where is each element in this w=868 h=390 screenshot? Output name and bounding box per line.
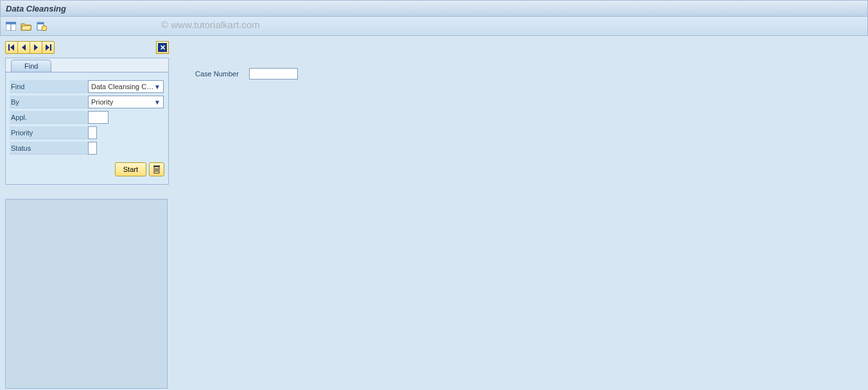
nav-next-button[interactable] (30, 41, 42, 54)
find-select-value: Data Cleansing C… (91, 83, 153, 90)
priority-input[interactable] (88, 126, 97, 139)
status-input[interactable] (88, 142, 97, 155)
svg-rect-4 (37, 22, 44, 24)
tab-body: Find Data Cleansing C… ▼ By Priority ▼ (6, 72, 168, 184)
svg-marker-8 (22, 44, 26, 51)
layout-icon[interactable] (4, 21, 17, 32)
status-label: Status (10, 144, 48, 152)
app-toolbar: © www.tutorialkart.com (0, 17, 868, 36)
find-select[interactable]: Data Cleansing C… ▼ (88, 80, 164, 93)
svg-point-5 (42, 26, 47, 31)
sidebar: ✕ Find Find Data Cleansing C… ▼ (5, 41, 173, 384)
svg-rect-1 (6, 22, 16, 24)
nav-row: ✕ (5, 41, 169, 54)
close-icon: ✕ (158, 43, 167, 52)
svg-marker-9 (34, 44, 38, 51)
nav-prev-button[interactable] (17, 41, 30, 54)
case-number-label: Case Number (195, 70, 239, 78)
case-number-input[interactable] (249, 68, 298, 80)
tool-icon[interactable] (35, 21, 48, 32)
by-label: By (10, 98, 48, 106)
svg-marker-10 (46, 44, 49, 51)
page-title: Data Cleansing (6, 4, 66, 13)
folder-open-icon[interactable] (20, 21, 33, 32)
by-select-value: Priority (91, 98, 113, 106)
appl-input[interactable] (88, 111, 108, 124)
main-area: Case Number (185, 41, 863, 384)
chevron-down-icon: ▼ (154, 99, 161, 106)
close-panel-button[interactable]: ✕ (156, 41, 169, 54)
watermark-text: © www.tutorialkart.com (161, 19, 260, 30)
svg-rect-16 (153, 165, 160, 167)
priority-label: Priority (10, 129, 48, 137)
nav-last-button[interactable] (42, 41, 55, 54)
tab-find[interactable]: Find (11, 60, 51, 72)
chevron-down-icon: ▼ (154, 83, 161, 90)
svg-rect-11 (50, 44, 51, 51)
title-bar: Data Cleansing (0, 0, 868, 17)
content-area: ✕ Find Find Data Cleansing C… ▼ (0, 36, 868, 389)
by-select[interactable]: Priority ▼ (88, 96, 164, 108)
trash-icon (153, 165, 161, 174)
svg-marker-7 (10, 44, 14, 51)
start-button[interactable]: Start (115, 162, 146, 176)
appl-label: Appl. (10, 114, 48, 121)
find-label: Find (10, 83, 48, 90)
nav-first-button[interactable] (5, 41, 18, 54)
find-panel: Find Find Data Cleansing C… ▼ By Prior (5, 58, 169, 185)
case-number-row: Case Number (185, 68, 863, 80)
tab-strip: Find (6, 58, 168, 72)
result-list (5, 199, 168, 389)
svg-rect-6 (8, 44, 10, 51)
delete-button[interactable] (149, 162, 164, 176)
